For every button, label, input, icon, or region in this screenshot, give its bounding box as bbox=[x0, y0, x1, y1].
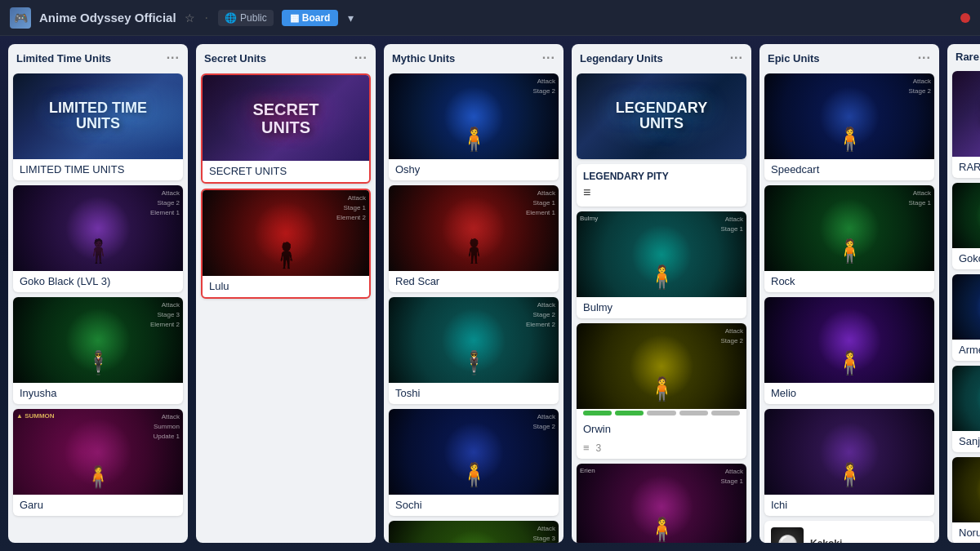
card-label-sochi: Sochi bbox=[389, 495, 559, 516]
card-bulmy[interactable]: 🧍 AttackStage 1 Bulmy Bulmy bbox=[577, 211, 746, 318]
column-title-rare: Rare Units bbox=[956, 51, 980, 63]
card-rock[interactable]: 🧍 AttackStage 1 Rock bbox=[764, 185, 934, 292]
card-label-oshy: Oshy bbox=[389, 159, 559, 180]
card-ichi[interactable]: 🧍 Ichi bbox=[764, 409, 934, 516]
figure-sochi: 🧍 bbox=[460, 461, 488, 488]
figure-garu: 🧍 bbox=[85, 464, 111, 490]
card-label-goko-black: Goko Black (LVL 3) bbox=[13, 271, 183, 292]
figure-inyusha: 🕴 bbox=[84, 349, 113, 376]
card-inyusha[interactable]: 🕴 AttackStage 3Element 2 Inyusha bbox=[13, 297, 183, 404]
card-label-rare-banner: RARE UNIT... bbox=[952, 157, 980, 178]
column-menu-secret[interactable]: ··· bbox=[354, 51, 368, 65]
column-legendary: Legendary Units ··· LEGENDARYUNITS LEGEN… bbox=[572, 44, 751, 543]
stats-oshy: AttackStage 2 bbox=[532, 77, 555, 96]
stats-orwin: AttackStage 2 bbox=[720, 327, 743, 346]
card-label-rock: Rock bbox=[764, 271, 934, 292]
card-label-inyusha: Inyusha bbox=[13, 383, 183, 404]
stats-toshi: AttackStage 2Element 2 bbox=[526, 300, 555, 330]
card-goko-black[interactable]: 🧍 AttackStage 2Element 1 Goko Black (LVL… bbox=[13, 185, 183, 292]
card-toshi[interactable]: 🕴 AttackStage 2Element 2 Toshi bbox=[389, 297, 559, 404]
card-label-sanjay: Sanjay bbox=[952, 431, 980, 452]
card-legendary-banner[interactable]: LEGENDARYUNITS bbox=[577, 73, 746, 159]
column-header-secret: Secret Units ··· bbox=[196, 44, 376, 70]
column-body-mythic: 🧍 AttackStage 2 Oshy 🧍 AttackStage 1Elem… bbox=[384, 70, 564, 543]
checklist-icon: ≡ bbox=[583, 442, 590, 454]
card-secret-banner[interactable]: SECRETUNITS SECRET UNITS bbox=[201, 73, 371, 184]
card-garu[interactable]: 🧍 ▲ SUMMON AttackSummonUpdate 1 Garu bbox=[13, 409, 183, 516]
card-label-limited-banner: LIMITED TIME UNITS bbox=[13, 159, 183, 180]
card-frein[interactable]: 🧍 🧍 Frein AttackStage 3 Frein bbox=[389, 521, 559, 543]
progress-seg-2 bbox=[615, 411, 644, 415]
progress-seg-4 bbox=[679, 411, 708, 415]
card-label-red-scar: Red Scar bbox=[389, 271, 559, 292]
column-title-legendary: Legendary Units bbox=[580, 52, 663, 64]
banner-text-legendary: LEGENDARYUNITS bbox=[585, 100, 737, 133]
separator: · bbox=[205, 11, 208, 25]
stats-bulmy: AttackStage 1 bbox=[720, 215, 743, 234]
header: 🎮 Anime Odyssey Official ☆ · 🌐 Public ▦ … bbox=[0, 0, 980, 36]
card-speedcart[interactable]: 🧍 AttackStage 2 Speedcart bbox=[764, 73, 934, 180]
card-label-toshi: Toshi bbox=[389, 383, 559, 404]
card-noruto[interactable]: 🧍 Noruto bbox=[952, 457, 980, 543]
column-menu-legendary[interactable]: ··· bbox=[730, 51, 743, 65]
card-legendary-pity[interactable]: LEGENDARY PITY ≡ bbox=[577, 164, 746, 207]
card-sanjay[interactable]: 🧍 Sanjay bbox=[952, 366, 980, 452]
card-sochi[interactable]: 🧍 AttackStage 2 Sochi bbox=[389, 409, 559, 516]
column-title-mythic: Mythic Units bbox=[392, 52, 455, 64]
card-label-garu: Garu bbox=[13, 495, 183, 516]
chevron-down-icon[interactable]: ▾ bbox=[348, 11, 354, 24]
column-header-limited: Limited Time Units ··· bbox=[8, 44, 188, 70]
card-limited-banner[interactable]: LIMITED TIMEUNITS LIMITED TIME UNITS bbox=[13, 73, 183, 180]
stats-rock: AttackStage 1 bbox=[908, 189, 931, 208]
pity-icon: ≡ bbox=[583, 185, 740, 200]
column-body-secret: SECRETUNITS SECRET UNITS 🧍 AttackStage 1… bbox=[196, 70, 376, 543]
card-goko-rare[interactable]: 🧍 Goko bbox=[952, 183, 980, 269]
notification-dot bbox=[960, 13, 970, 23]
card-label-speedcart: Speedcart bbox=[764, 159, 934, 180]
card-label-lulu: Lulu bbox=[203, 276, 369, 297]
board-label: Board bbox=[302, 12, 331, 24]
card-rare-banner[interactable]: RAREUNITS RARE UNIT... bbox=[952, 71, 980, 178]
figure-bulmy: 🧍 bbox=[648, 264, 676, 291]
board-button[interactable]: ▦ Board bbox=[282, 10, 339, 26]
stats-speedcart: AttackStage 2 bbox=[908, 77, 931, 96]
name-erien: Erien bbox=[580, 467, 595, 474]
figure-rock: 🧍 bbox=[835, 238, 864, 264]
pity-title: LEGENDARY PITY bbox=[583, 171, 740, 182]
stats-frein: AttackStage 3 bbox=[532, 524, 555, 543]
card-lulu[interactable]: 🧍 AttackStage 1Element 2 Lulu bbox=[201, 189, 371, 299]
card-armein[interactable]: 🧍 Armein bbox=[952, 274, 980, 361]
board-title: Anime Odyssey Official bbox=[39, 11, 176, 24]
visibility-badge[interactable]: 🌐 Public bbox=[218, 10, 274, 26]
figure-melio: 🧍 bbox=[835, 349, 864, 376]
card-oshy[interactable]: 🧍 AttackStage 2 Oshy bbox=[389, 73, 559, 180]
card-melio[interactable]: 🧍 Melio bbox=[764, 297, 934, 404]
progress-seg-3 bbox=[647, 411, 675, 415]
column-epic: Epic Units ··· 🧍 AttackStage 2 Speedcart… bbox=[760, 44, 939, 543]
stats-garu: AttackSummonUpdate 1 bbox=[154, 412, 180, 442]
column-menu-epic[interactable]: ··· bbox=[918, 51, 931, 65]
column-menu-mythic[interactable]: ··· bbox=[542, 51, 555, 65]
card-label-melio: Melio bbox=[764, 383, 934, 404]
banner-text-rare: RAREUNITS bbox=[957, 99, 980, 129]
star-icon[interactable]: ☆ bbox=[185, 11, 195, 24]
app-icon: 🎮 bbox=[10, 7, 31, 29]
card-kakeki[interactable]: ⚪ Kakoki ≡ 📎 1 Kakeki bbox=[764, 521, 934, 543]
column-mythic: Mythic Units ··· 🧍 AttackStage 2 Oshy 🧍 … bbox=[384, 44, 564, 543]
figure-goko-black: 🧍 bbox=[84, 238, 113, 264]
figure-erien: 🧍 bbox=[648, 516, 676, 543]
card-red-scar[interactable]: 🧍 AttackStage 1Element 1 Red Scar bbox=[389, 185, 559, 292]
board-icon: ▦ bbox=[290, 12, 299, 24]
banner-text-limited: LIMITED TIMEUNITS bbox=[21, 100, 174, 133]
visibility-label: Public bbox=[240, 12, 267, 24]
card-orwin[interactable]: 🧍 AttackStage 2 Orwin ≡ 3 bbox=[577, 323, 746, 459]
progress-seg-1 bbox=[583, 411, 612, 415]
column-rare: Rare Units RAREUNITS RARE UNIT... 🧍 Goko bbox=[947, 44, 980, 543]
stats-red-scar: AttackStage 1Element 1 bbox=[526, 189, 555, 218]
card-erien[interactable]: 🧍 AttackStage 1 Erien Erien bbox=[577, 464, 746, 543]
kakeki-thumb: ⚪ bbox=[771, 527, 804, 543]
column-menu-limited[interactable]: ··· bbox=[167, 51, 180, 65]
column-body-epic: 🧍 AttackStage 2 Speedcart 🧍 AttackStage … bbox=[760, 70, 939, 543]
name-bulmy: Bulmy bbox=[580, 215, 598, 222]
stats-inyusha: AttackStage 3Element 2 bbox=[150, 300, 180, 330]
